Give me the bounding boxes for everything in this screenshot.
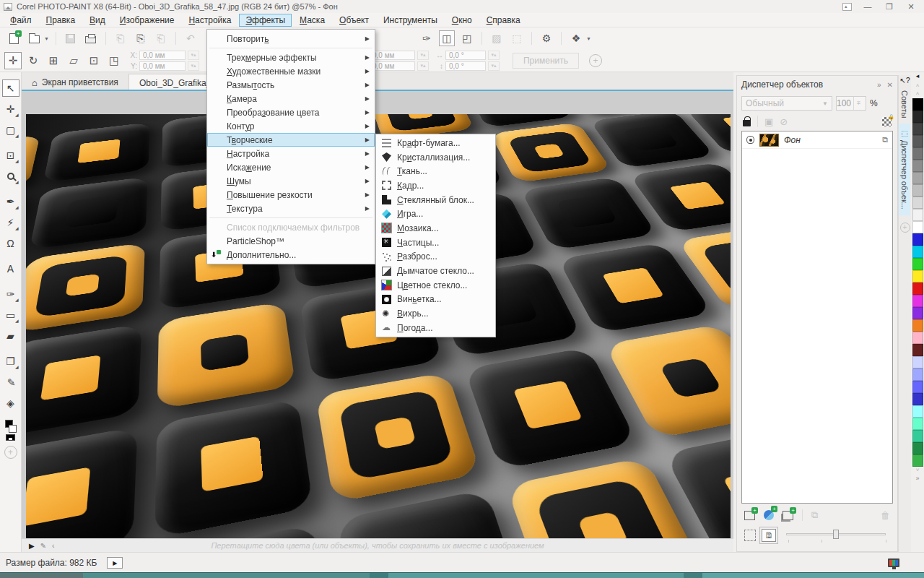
docker-tab-object-manager[interactable]: ⬚ Диспетчер объек... xyxy=(899,124,910,215)
menu-file[interactable]: Файл xyxy=(4,14,38,27)
clone-tool[interactable]: Ω xyxy=(2,235,19,252)
menu-item-noise[interactable]: Шумы▶ xyxy=(207,174,375,188)
new-object-button[interactable] xyxy=(744,511,755,520)
thumbnail-resize-icon[interactable] xyxy=(744,530,756,541)
menu-item-3d-effects[interactable]: Трехмерные эффекты▶ xyxy=(207,51,375,64)
mask-rectangle-tool[interactable]: ▢◢ xyxy=(2,121,19,139)
submenu-item-stained-glass[interactable]: Цветное стекло... xyxy=(376,278,495,293)
delete-object-button[interactable]: 🗑 xyxy=(881,510,890,521)
distort-mode-button[interactable]: ⊡ xyxy=(85,52,103,69)
paint-tool[interactable]: ✒◢ xyxy=(2,193,19,210)
palette-swatch[interactable] xyxy=(912,344,923,356)
submenu-item-crystallize[interactable]: Кристаллизация... xyxy=(376,150,495,165)
menu-view[interactable]: Вид xyxy=(83,14,112,27)
submenu-item-glass-block[interactable]: Стеклянный блок... xyxy=(376,193,495,207)
print-button[interactable] xyxy=(83,30,99,46)
menu-effects[interactable]: Эффекты xyxy=(239,14,292,27)
add-tool-button[interactable]: + xyxy=(4,446,17,459)
fill-color-swatch[interactable] xyxy=(6,434,15,441)
color-swatches[interactable] xyxy=(5,420,17,437)
layer-row-background[interactable]: Фон ⧉ xyxy=(742,131,892,149)
menu-item-blur[interactable]: Размытость▶ xyxy=(207,78,375,92)
palette-swatch[interactable] xyxy=(912,221,923,233)
eyedropper-tool[interactable]: ✐ xyxy=(2,374,19,391)
palette-swatch[interactable] xyxy=(912,172,923,184)
angle2-input[interactable]: 0,0 ° xyxy=(445,61,486,71)
slider-handle[interactable] xyxy=(833,530,839,539)
delete-mask-icon[interactable]: ▣ xyxy=(764,116,773,127)
object-transparency-tool[interactable]: ❐◢ xyxy=(2,353,19,370)
menu-adjust[interactable]: Настройка xyxy=(182,14,237,27)
copy-button[interactable]: ⎘ xyxy=(133,30,149,46)
x-stepper[interactable]: ▾▴ xyxy=(188,51,199,60)
window-layout-button[interactable]: ❖ xyxy=(568,30,584,46)
paste-button[interactable]: ⎗ xyxy=(153,30,169,46)
open-dropdown-arrow-icon[interactable]: ▼ xyxy=(44,36,49,41)
lock-transparency-icon[interactable] xyxy=(882,117,892,126)
submenu-item-frame[interactable]: Кадр... xyxy=(376,178,495,193)
palette-swatch[interactable] xyxy=(912,111,923,123)
effect-tool[interactable]: ⚡◢ xyxy=(2,214,19,231)
cut-button[interactable]: ⎗ xyxy=(113,30,128,46)
background-color-swatch[interactable] xyxy=(9,425,17,433)
add-propbar-item-button[interactable]: + xyxy=(589,54,602,67)
opacity-spinner[interactable]: 100 ∓ xyxy=(836,96,866,111)
visibility-eye-icon[interactable] xyxy=(746,136,754,144)
blend-mode-select[interactable]: Обычный ▼ xyxy=(741,96,832,111)
clip-mask-icon[interactable]: ⊘ xyxy=(780,116,788,127)
palette-swatch[interactable] xyxy=(912,98,923,111)
position-mode-button[interactable]: ✛ xyxy=(4,52,22,69)
palette-swatch[interactable] xyxy=(912,405,923,418)
angle1-stepper[interactable]: ▾▴ xyxy=(488,51,500,60)
open-button[interactable] xyxy=(26,30,42,46)
menu-item-creative[interactable]: Творческие▶ xyxy=(207,133,375,147)
palette-swatch[interactable] xyxy=(912,307,923,319)
thumbnail-preview-icon[interactable]: 🖺 xyxy=(762,529,776,542)
palette-swatch[interactable] xyxy=(912,356,923,368)
fill-tool[interactable]: ◈ xyxy=(2,394,19,412)
clone-brush-button[interactable]: ✑ xyxy=(419,30,435,46)
menu-object[interactable]: Объект xyxy=(333,14,375,27)
y-input[interactable]: 0,0 мм xyxy=(139,61,186,71)
restore-button[interactable]: ❐ xyxy=(884,2,895,12)
menu-item-repeat[interactable]: Повторить▶ xyxy=(207,32,375,46)
options-gear-button[interactable]: ⚙ xyxy=(539,30,554,46)
submenu-item-fabric[interactable]: Ткань... xyxy=(376,164,495,178)
menu-edit[interactable]: Правка xyxy=(40,14,82,27)
show-mask-marquee-button[interactable]: ◫ xyxy=(439,30,455,46)
palette-swatch[interactable] xyxy=(912,418,923,430)
palette-swatch[interactable] xyxy=(912,368,923,381)
clear-mask-button[interactable]: ⬚ xyxy=(509,30,525,46)
submenu-item-vortex[interactable]: Вихрь... xyxy=(376,306,495,321)
submenu-item-craft-paper[interactable]: Крафт-бумага... xyxy=(376,136,495,150)
menu-item-art-strokes[interactable]: Художественные мазки▶ xyxy=(207,64,375,78)
submenu-item-mosaic[interactable]: Мозаика... xyxy=(376,221,495,236)
palette-swatch[interactable] xyxy=(912,332,923,344)
palette-swatch[interactable] xyxy=(912,197,923,209)
opacity-stepper-icon[interactable]: ∓ xyxy=(853,97,866,110)
palette-expand-icon[interactable]: » xyxy=(915,475,919,483)
palette-swatch[interactable] xyxy=(912,147,923,160)
gallery-icon[interactable] xyxy=(842,3,852,11)
submenu-item-game[interactable]: Игра... xyxy=(376,207,495,221)
palette-swatch[interactable] xyxy=(912,454,923,467)
docker-close-icon[interactable]: ✕ xyxy=(887,81,893,89)
add-docker-button[interactable]: + xyxy=(900,223,910,233)
palette-swatch[interactable] xyxy=(912,135,923,147)
text-tool[interactable]: A xyxy=(2,260,19,277)
status-next-button[interactable]: ▶ xyxy=(107,557,123,569)
palette-swatch[interactable] xyxy=(912,160,923,172)
palette-swatch[interactable] xyxy=(912,123,923,135)
palette-swatch[interactable] xyxy=(912,209,923,221)
eraser-tool[interactable]: ▰ xyxy=(2,327,19,345)
menu-item-camera[interactable]: Камера▶ xyxy=(207,92,375,105)
skew-mode-button[interactable]: ▱ xyxy=(65,52,82,69)
apply-button[interactable]: Применить xyxy=(513,53,579,69)
scale-mode-button[interactable]: ⊞ xyxy=(45,52,62,69)
submenu-item-particles[interactable]: Частицы... xyxy=(376,236,495,250)
palette-swatch[interactable] xyxy=(912,430,923,442)
new-document-button[interactable] xyxy=(6,30,22,46)
height-stepper[interactable]: ▾▴ xyxy=(417,61,429,71)
menu-item-custom[interactable]: Настройка▶ xyxy=(207,147,375,160)
submenu-item-vignette[interactable]: Виньетка... xyxy=(376,293,495,307)
